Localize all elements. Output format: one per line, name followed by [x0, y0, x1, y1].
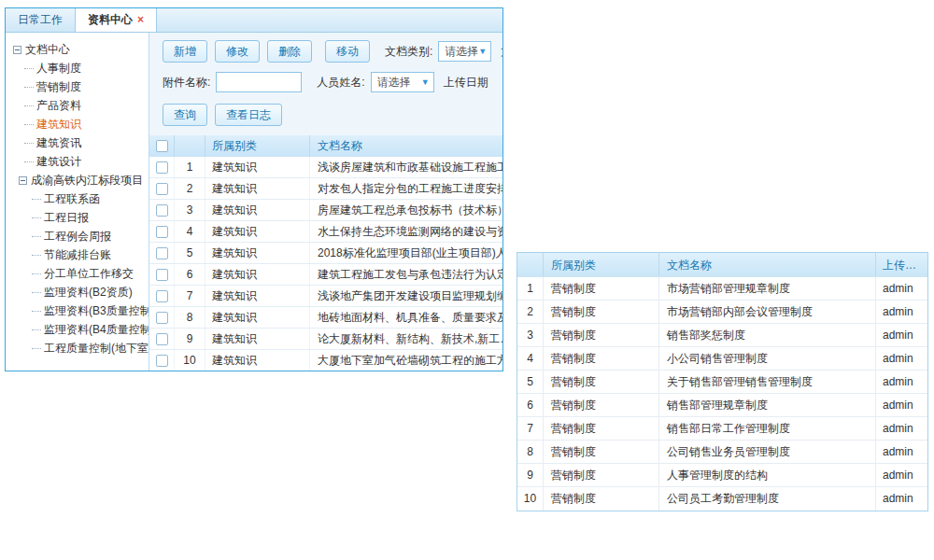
- row-checkbox[interactable]: [156, 269, 168, 281]
- person-name-label: 人员姓名:: [317, 75, 364, 91]
- row-number: 2: [175, 178, 205, 199]
- row-category: 营销制度: [544, 417, 659, 440]
- select-all-checkbox[interactable]: [156, 140, 168, 152]
- row-doc-name: 水土保持生态环境监测网络的建设与资…: [310, 221, 502, 242]
- row-doc-name: 关于销售部管理销售管理制度: [659, 371, 876, 393]
- table-row[interactable]: 7 建筑知识 浅谈地产集团开发建设项目监理规划编…: [149, 286, 502, 307]
- row-checkbox[interactable]: [156, 290, 168, 302]
- collapse-icon[interactable]: [19, 176, 27, 185]
- row-uploader: admin: [876, 441, 927, 463]
- row-category: 营销制度: [544, 301, 659, 323]
- tree-node-doc-center[interactable]: 文档中心: [13, 40, 149, 59]
- row-uploader: admin: [876, 417, 927, 440]
- document-tree: 文档中心 人事制度 营销制度 产品资料 建筑知识 建筑资讯 建筑设计 成渝高铁内…: [6, 33, 149, 371]
- table-row[interactable]: 4 营销制度 小公司销售管理制度 admin: [517, 347, 927, 371]
- table-row[interactable]: 9 营销制度 人事管理制度的结构 admin: [517, 464, 927, 487]
- table-row[interactable]: 9 建筑知识 论大厦新材料、新结构、新技术,新工…: [149, 329, 502, 350]
- table-row[interactable]: 2 营销制度 市场营销部内部会议管理制度 admin: [517, 301, 927, 324]
- row-number: 3: [175, 200, 205, 220]
- table-row[interactable]: 5 建筑知识 2018标准化监理项目部(业主项目部)人员…: [149, 243, 502, 264]
- tree-node-marketing-policy[interactable]: 营销制度: [13, 77, 149, 96]
- table-row[interactable]: 1 建筑知识 浅谈房屋建筑和市政基础设施工程施工…: [149, 157, 502, 178]
- row-checkbox[interactable]: [156, 355, 168, 367]
- row-checkbox[interactable]: [156, 226, 168, 238]
- modify-button[interactable]: 修改: [215, 40, 260, 63]
- row-number: 5: [517, 371, 544, 393]
- tree-node-hr-policy[interactable]: 人事制度: [13, 59, 149, 77]
- table-row[interactable]: 4 建筑知识 水土保持生态环境监测网络的建设与资…: [149, 221, 502, 243]
- tree-node-building-news[interactable]: 建筑资讯: [13, 133, 149, 152]
- row-category: 营销制度: [544, 347, 659, 370]
- tree-node-label: 产品资料: [36, 99, 81, 112]
- tree-node-label: 人事制度: [36, 62, 81, 75]
- table-row[interactable]: 6 建筑知识 建筑工程施工发包与承包违法行为认定…: [149, 264, 502, 286]
- person-name-select[interactable]: 请选择 ▼: [371, 72, 434, 92]
- row-number: 10: [175, 350, 205, 371]
- row-checkbox[interactable]: [156, 161, 168, 174]
- row-doc-name: 市场营销部内部会议管理制度: [659, 301, 876, 323]
- doc-category-select[interactable]: 请选择 ▼: [438, 41, 491, 62]
- table-row[interactable]: 7 营销制度 销售部日常工作管理制度 admin: [517, 417, 927, 441]
- tree-node-weekly-report[interactable]: 工程例会周报: [13, 227, 149, 245]
- table-row[interactable]: 3 建筑知识 房屋建筑工程总承包投标书（技术标）…: [149, 200, 502, 221]
- row-uploader: admin: [876, 347, 927, 370]
- row-doc-name: 销售部日常工作管理制度: [659, 417, 876, 440]
- tree-node-supervision-b2[interactable]: 监理资料(B2资质): [13, 283, 149, 301]
- delete-button[interactable]: 删除: [267, 40, 312, 63]
- tree-node-label: 建筑资讯: [36, 136, 81, 149]
- tree-node-label: 建筑知识: [36, 118, 81, 131]
- tree-node-work-transfer[interactable]: 分工单位工作移交: [13, 264, 149, 283]
- query-button[interactable]: 查询: [163, 104, 207, 126]
- table-row[interactable]: 3 营销制度 销售部奖惩制度 admin: [517, 324, 927, 347]
- add-button[interactable]: 新增: [163, 40, 207, 63]
- table-row[interactable]: 2 建筑知识 对发包人指定分包的工程施工进度安排…: [149, 178, 502, 200]
- row-category: 建筑知识: [205, 350, 310, 371]
- tree-node-supervision-b4[interactable]: 监理资料(B4质量控制): [13, 320, 149, 339]
- tree-node-supervision-b3[interactable]: 监理资料(B3质量控制): [13, 301, 149, 320]
- tree-node-project-letter[interactable]: 工程联系函: [13, 189, 149, 208]
- tree-node-building-design[interactable]: 建筑设计: [13, 152, 149, 171]
- row-uploader: admin: [876, 464, 927, 486]
- row-number: 7: [517, 417, 544, 440]
- header-uploader: 上传…: [876, 253, 927, 276]
- row-number: 2: [517, 301, 544, 323]
- tree-node-project-root[interactable]: 成渝高铁内江标段项目: [13, 171, 149, 189]
- row-number: 3: [517, 324, 544, 346]
- row-doc-name: 地砖地面材料、机具准备、质量要求及…: [310, 307, 502, 328]
- table-row[interactable]: 1 营销制度 市场营销部管理规章制度 admin: [517, 277, 927, 301]
- move-button[interactable]: 移动: [325, 40, 370, 63]
- row-doc-name: 公司员工考勤管理制度: [659, 487, 876, 511]
- tree-node-label: 工程例会周报: [44, 230, 111, 243]
- header-number: [517, 253, 544, 276]
- tab-data-center[interactable]: 资料中心×: [75, 8, 157, 32]
- tree-node-building-knowledge[interactable]: 建筑知识: [13, 115, 149, 133]
- row-category: 建筑知识: [205, 286, 310, 306]
- tab-daily-work[interactable]: 日常工作: [6, 8, 75, 32]
- row-number: 4: [175, 221, 205, 242]
- tree-node-quality-basement[interactable]: 工程质量控制(地下室): [13, 339, 149, 357]
- attachment-name-input[interactable]: [216, 72, 302, 92]
- row-checkbox[interactable]: [156, 312, 168, 324]
- row-checkbox[interactable]: [156, 204, 168, 217]
- row-checkbox[interactable]: [156, 333, 168, 345]
- table-row[interactable]: 6 营销制度 销售部管理规章制度 admin: [517, 394, 927, 417]
- table-row[interactable]: 10 建筑知识 大厦地下室加气砼墙砌筑工程的施工方…: [149, 350, 502, 371]
- tree-node-daily-report[interactable]: 工程日报: [13, 208, 149, 227]
- toolbar-row-3: 查询 查看日志: [163, 104, 502, 126]
- row-category: 建筑知识: [205, 243, 310, 263]
- row-category: 建筑知识: [205, 264, 310, 285]
- table-row[interactable]: 5 营销制度 关于销售部管理销售管理制度 admin: [517, 371, 927, 394]
- view-log-button[interactable]: 查看日志: [215, 104, 282, 126]
- collapse-icon[interactable]: [13, 46, 21, 54]
- doc-name-label-clipped: 文档: [501, 44, 502, 60]
- row-checkbox[interactable]: [156, 247, 168, 259]
- table-row[interactable]: 8 建筑知识 地砖地面材料、机具准备、质量要求及…: [149, 307, 502, 329]
- tree-node-label: 工程日报: [44, 211, 89, 224]
- row-doc-name: 销售部管理规章制度: [659, 394, 876, 416]
- tree-node-product-data[interactable]: 产品资料: [13, 96, 149, 115]
- row-checkbox[interactable]: [156, 183, 168, 195]
- table-row[interactable]: 10 营销制度 公司员工考勤管理制度 admin: [517, 487, 927, 511]
- table-row[interactable]: 8 营销制度 公司销售业务员管理制度 admin: [517, 441, 927, 464]
- tree-node-energy-ledger[interactable]: 节能减排台账: [13, 245, 149, 264]
- close-icon[interactable]: ×: [137, 13, 144, 26]
